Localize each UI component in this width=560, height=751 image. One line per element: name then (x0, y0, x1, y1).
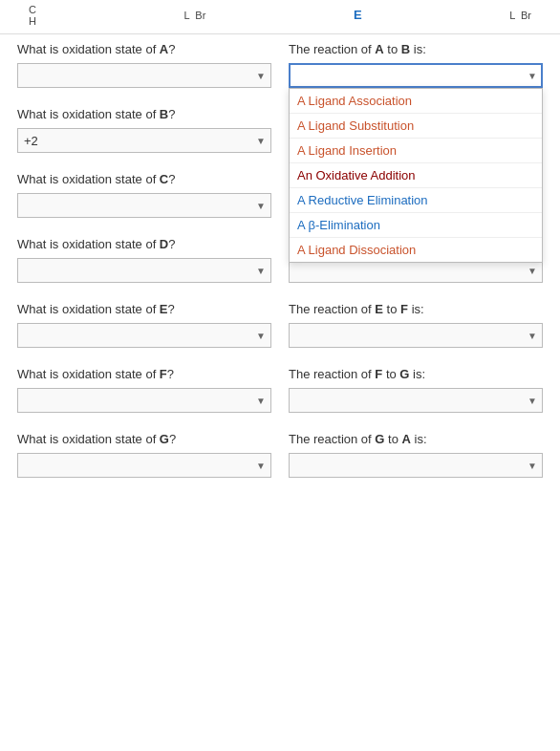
reaction-fg-group: The reaction of F to G is: A Ligand Asso… (289, 367, 543, 413)
reaction-ab-dropdown-list: A Ligand Association A Ligand Substituti… (289, 88, 543, 263)
spacer-6 (17, 418, 543, 432)
oxidation-f-group: What is oxidation state of F? 0 +1 +2 -1… (17, 367, 271, 413)
spacer-5 (17, 354, 543, 367)
oxidation-e-select-wrapper: 0 +1 +2 -1 ▼ (17, 323, 271, 348)
oxidation-d-select-wrapper: 0 +1 +2 -1 ▼ (17, 258, 271, 283)
reaction-ga-group: The reaction of G to A is: A Ligand Asso… (289, 432, 543, 478)
row-g: What is oxidation state of G? 0 +1 +2 -1… (17, 432, 543, 478)
oxidation-a-select[interactable]: 0 +1 +2 -1 -2 (17, 63, 271, 88)
option-beta-elimination[interactable]: A β-Elimination (290, 213, 542, 238)
oxidation-a-group: What is oxidation state of A? 0 +1 +2 -1… (17, 42, 271, 88)
oxidation-a-label: What is oxidation state of A? (17, 42, 271, 56)
option-ligand-dissociation[interactable]: A Ligand Dissociation (290, 238, 542, 262)
oxidation-c-select-wrapper: 0 +1 +2 -1 ▼ (17, 193, 271, 218)
oxidation-c-label: What is oxidation state of C? (17, 172, 271, 186)
reaction-ef-select[interactable]: A Ligand Association A Ligand Substituti… (289, 323, 543, 348)
oxidation-e-select[interactable]: 0 +1 +2 -1 (17, 323, 271, 348)
reaction-fg-select-wrapper: A Ligand Association A Ligand Substituti… (289, 388, 543, 413)
oxidation-b-select[interactable]: 0 +1 +2 -1 -2 (17, 128, 271, 153)
oxidation-g-group: What is oxidation state of G? 0 +1 +2 -1… (17, 432, 271, 478)
node-lbr-right: L Br (509, 10, 531, 21)
reaction-ab-select[interactable]: A Ligand Association A Ligand Substituti… (289, 63, 543, 88)
reaction-ga-select[interactable]: A Ligand Association A Ligand Substituti… (289, 453, 543, 478)
option-reductive-elimination[interactable]: A Reductive Elimination (290, 188, 542, 213)
reaction-ga-select-wrapper: A Ligand Association A Ligand Substituti… (289, 453, 543, 478)
reaction-ef-group: The reaction of E to F is: A Ligand Asso… (289, 302, 543, 348)
reaction-ef-label: The reaction of E to F is: (289, 302, 543, 316)
oxidation-d-select[interactable]: 0 +1 +2 -1 (17, 258, 271, 283)
main-content: What is oxidation state of A? 0 +1 +2 -1… (0, 42, 560, 478)
reaction-ga-label: The reaction of G to A is: (289, 432, 543, 446)
spacer-4 (17, 289, 543, 302)
oxidation-e-label: What is oxidation state of E? (17, 302, 271, 316)
row-e: What is oxidation state of E? 0 +1 +2 -1… (17, 302, 543, 348)
oxidation-b-group: What is oxidation state of B? 0 +1 +2 -1… (17, 107, 271, 153)
reaction-fg-label: The reaction of F to G is: (289, 367, 543, 381)
oxidation-c-select[interactable]: 0 +1 +2 -1 (17, 193, 271, 218)
oxidation-g-label: What is oxidation state of G? (17, 432, 271, 446)
divider (0, 33, 560, 34)
row-a: What is oxidation state of A? 0 +1 +2 -1… (17, 42, 543, 88)
reaction-ab-group: The reaction of A to B is: A Ligand Asso… (289, 42, 543, 88)
reaction-ab-label: The reaction of A to B is: (289, 42, 543, 56)
option-ligand-association[interactable]: A Ligand Association (290, 89, 542, 114)
oxidation-d-group: What is oxidation state of D? 0 +1 +2 -1… (17, 237, 271, 283)
oxidation-f-select[interactable]: 0 +1 +2 -1 (17, 388, 271, 413)
oxidation-b-label: What is oxidation state of B? (17, 107, 271, 121)
node-ch: C H (29, 4, 36, 27)
oxidation-a-select-wrapper: 0 +1 +2 -1 -2 ▼ (17, 63, 271, 88)
option-ligand-insertion[interactable]: A Ligand Insertion (290, 139, 542, 163)
node-e: E (354, 8, 362, 22)
node-lbr-left: L Br (184, 10, 206, 21)
oxidation-b-select-wrapper: 0 +1 +2 -1 -2 ▼ (17, 128, 271, 153)
diagram-area: C H L Br E L Br (0, 0, 560, 33)
option-oxidative-addition[interactable]: An Oxidative Addition (290, 163, 542, 188)
reaction-fg-select[interactable]: A Ligand Association A Ligand Substituti… (289, 388, 543, 413)
oxidation-d-label: What is oxidation state of D? (17, 237, 271, 251)
option-ligand-substitution[interactable]: A Ligand Substitution (290, 114, 542, 139)
oxidation-f-select-wrapper: 0 +1 +2 -1 ▼ (17, 388, 271, 413)
oxidation-g-select-wrapper: 0 +1 +2 -1 ▼ (17, 453, 271, 478)
oxidation-g-select[interactable]: 0 +1 +2 -1 (17, 453, 271, 478)
reaction-ef-select-wrapper: A Ligand Association A Ligand Substituti… (289, 323, 543, 348)
row-f: What is oxidation state of F? 0 +1 +2 -1… (17, 367, 543, 413)
oxidation-c-group: What is oxidation state of C? 0 +1 +2 -1… (17, 172, 271, 218)
oxidation-e-group: What is oxidation state of E? 0 +1 +2 -1… (17, 302, 271, 348)
oxidation-f-label: What is oxidation state of F? (17, 367, 271, 381)
reaction-ab-dropdown-open[interactable]: A Ligand Association A Ligand Substituti… (289, 63, 543, 88)
